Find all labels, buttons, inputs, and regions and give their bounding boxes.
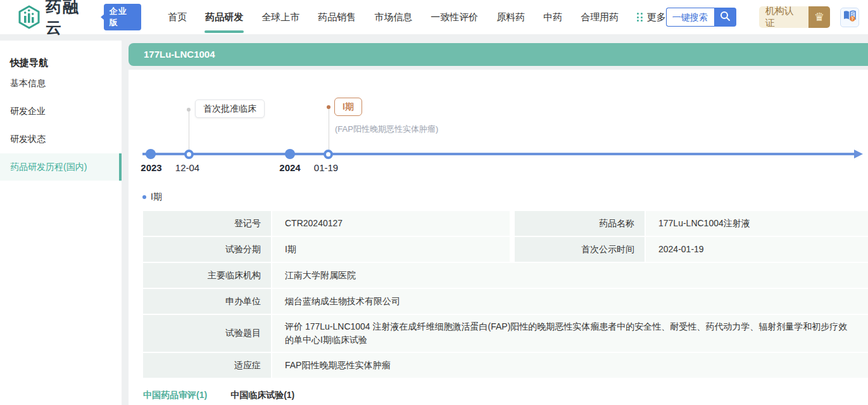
nav-item-market-info[interactable]: 市场信息 (374, 0, 412, 34)
timeline-dot-12-04[interactable] (184, 150, 194, 159)
registration-number-value: CTR20240127 (272, 211, 510, 236)
phase-section: I期 登记号 CTR20240127 药品名称 177Lu-LNC1004注射液… (142, 191, 868, 401)
sidebar-item-rnd-history-domestic[interactable]: 药品研发历程(国内) (0, 153, 122, 181)
help-book-button[interactable]: ? (840, 8, 859, 27)
row-label: 适应症 (143, 353, 271, 378)
timeline-event-phase1-indication: (FAP阳性晚期恶性实体肿瘤) (335, 124, 438, 135)
sidebar-item-rnd-status[interactable]: 研发状态 (0, 125, 122, 153)
timeline-event-phase1: I期 (334, 98, 362, 116)
top-navbar: 药融云 企业版 首页 药品研发 全球上市 药品销售 市场信息 一致性评价 原料药… (0, 0, 868, 34)
main-nav: 首页 药品研发 全球上市 药品销售 市场信息 一致性评价 原料药 中药 合理用药… (168, 0, 666, 34)
main-clinical-institution-value: 江南大学附属医院 (272, 263, 868, 288)
tab-china-clinical-trials[interactable]: 中国临床试验(1) (230, 390, 294, 401)
timeline-dot-2024 (285, 149, 295, 159)
navbar-right: 一键搜索 机构认证 ♛ (666, 6, 859, 28)
timeline-connector (189, 111, 189, 150)
nav-item-drug-rnd[interactable]: 药品研发 (205, 0, 243, 34)
search-icon (720, 11, 731, 23)
table-row: 申办单位 烟台蓝纳成生物技术有限公司 (143, 289, 868, 314)
timeline-arrow-icon (854, 150, 863, 158)
trial-phase-value: I期 (272, 237, 510, 262)
timeline-event-first-clinical-approval: 首次批准临床 (195, 100, 265, 118)
timeline-axis (142, 153, 854, 155)
apps-grid-icon (637, 13, 643, 22)
crown-icon: ♛ (808, 6, 829, 28)
nav-item-consistency-eval[interactable]: 一致性评价 (431, 0, 478, 34)
bottom-tabs: 中国药品审评(1) 中国临床试验(1) (143, 390, 868, 401)
nav-item-api[interactable]: 原料药 (496, 0, 525, 34)
timeline-label-year: 2024 (271, 162, 309, 173)
section-title: I期 (151, 191, 162, 203)
timeline-label-date: 12-04 (168, 162, 206, 173)
content-panel: 2023 12-04 2024 01-19 首次批准临床 I期 (FAP阳性晚期… (129, 70, 868, 405)
logo-icon (18, 5, 41, 29)
timeline-connector (329, 108, 329, 150)
row-label: 药品名称 (515, 211, 645, 236)
page-title: 177Lu-LNC1004 (129, 43, 868, 66)
search-input[interactable]: 一键搜索 (666, 8, 714, 27)
quick-search: 一键搜索 (666, 8, 736, 27)
row-label: 首次公示时间 (515, 237, 645, 262)
nav-item-home[interactable]: 首页 (168, 0, 187, 34)
timeline-connector-dot (187, 108, 191, 112)
sidebar-item-basic-info[interactable]: 基本信息 (0, 70, 122, 97)
tab-china-drug-review[interactable]: 中国药品审评(1) (143, 390, 207, 401)
nav-item-more[interactable]: 更多 (637, 0, 666, 34)
table-row: 主要临床机构 江南大学附属医院 (143, 263, 868, 288)
brand-name: 药融云 (46, 0, 96, 38)
row-label: 申办单位 (143, 289, 271, 314)
timeline-label-year: 2023 (132, 162, 170, 173)
timeline-dot-2023 (146, 149, 156, 159)
first-publicity-date-value: 2024-01-19 (646, 237, 868, 262)
book-help-icon: ? (843, 10, 857, 25)
edition-badge: 企业版 (104, 4, 141, 30)
nav-item-rational-use[interactable]: 合理用药 (581, 0, 619, 34)
drug-name-value: 177Lu-LNC1004注射液 (646, 211, 868, 236)
trial-title-value: 评价 177Lu-LNC1004 注射液在成纤维细胞激活蛋白(FAP)阳性的晚期… (272, 315, 868, 352)
timeline-label-date: 01-19 (307, 162, 345, 173)
sponsor-value: 烟台蓝纳成生物技术有限公司 (272, 289, 868, 314)
row-label: 主要临床机构 (143, 263, 271, 288)
table-row: 适应症 FAP阳性晚期恶性实体肿瘤 (143, 353, 868, 378)
main-content: 177Lu-LNC1004 2023 12-04 2024 01-19 首次批准… (129, 43, 868, 405)
row-label: 试验分期 (143, 237, 271, 262)
quick-nav-sidebar: 快捷导航 基本信息 研发企业 研发状态 药品研发历程(国内) (0, 41, 122, 405)
org-certification-badge[interactable]: 机构认证 ♛ (759, 6, 830, 28)
row-label: 试验题目 (143, 315, 271, 352)
nav-item-tcm[interactable]: 中药 (543, 0, 562, 34)
table-row: 试验分期 I期 首次公示时间 2024-01-19 (143, 237, 868, 262)
nav-item-drug-sales[interactable]: 药品销售 (318, 0, 356, 34)
table-row: 试验题目 评价 177Lu-LNC1004 注射液在成纤维细胞激活蛋白(FAP)… (143, 315, 868, 352)
page: 药融云 企业版 首页 药品研发 全球上市 药品销售 市场信息 一致性评价 原料药… (0, 0, 868, 405)
row-label: 登记号 (143, 211, 271, 236)
svg-text:?: ? (851, 16, 853, 21)
brand-logo[interactable]: 药融云 企业版 (18, 0, 141, 38)
sidebar-title: 快捷导航 (0, 41, 122, 69)
table-row: 登记号 CTR20240127 药品名称 177Lu-LNC1004注射液 (143, 211, 868, 236)
section-title-row: I期 (142, 191, 868, 203)
search-button[interactable] (714, 8, 736, 27)
more-label: 更多 (647, 0, 666, 34)
org-cert-label: 机构认证 (759, 6, 809, 28)
timeline-connector-dot (327, 105, 330, 109)
trial-detail-table: 登记号 CTR20240127 药品名称 177Lu-LNC1004注射液 试验… (143, 211, 868, 378)
bullet-icon (142, 195, 146, 199)
indication-value: FAP阳性晚期恶性实体肿瘤 (272, 353, 868, 378)
nav-item-global-listing[interactable]: 全球上市 (261, 0, 299, 34)
timeline-dot-01-19[interactable] (324, 150, 333, 159)
sidebar-item-rnd-company[interactable]: 研发企业 (0, 98, 122, 125)
